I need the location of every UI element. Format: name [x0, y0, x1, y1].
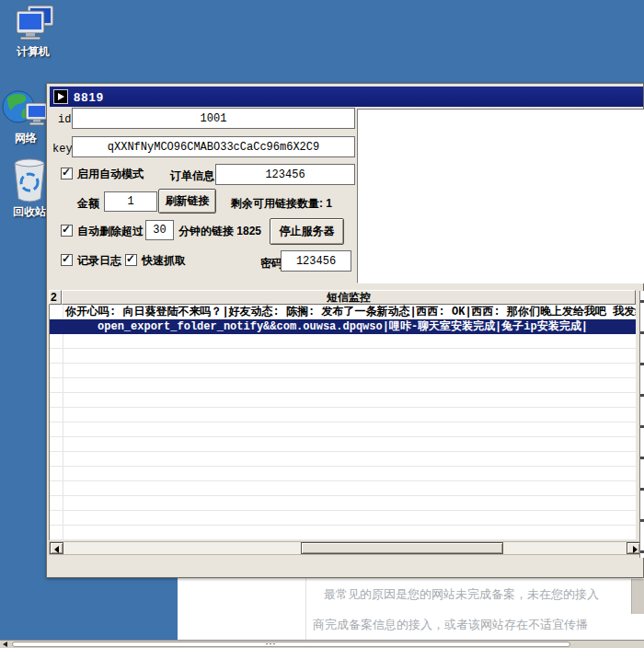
remaining-links-label: 剩余可用链接数量: 1: [231, 196, 332, 212]
list-item[interactable]: [50, 526, 636, 540]
auto-delete-label: 自动删除超过: [77, 224, 144, 239]
key-label: key: [52, 143, 73, 156]
scroll-left-button[interactable]: [50, 542, 63, 554]
window-title: 8819: [74, 90, 104, 104]
list-item[interactable]: [50, 452, 636, 467]
list-hscrollbar[interactable]: [49, 541, 641, 555]
fast-capture-checkbox[interactable]: [125, 254, 137, 266]
app-icon: [53, 89, 68, 104]
minutes-field[interactable]: 30: [145, 220, 174, 240]
amount-field[interactable]: 1: [104, 191, 157, 212]
list-item[interactable]: [50, 408, 636, 422]
bottom-scrollbar-strip[interactable]: [0, 640, 644, 648]
order-info-label: 订单信息: [170, 168, 214, 184]
list-item[interactable]: [50, 349, 636, 364]
desktop-icon-computer[interactable]: 计算机: [4, 4, 63, 60]
background-page: 最常见的原因是您的网站未完成备案，未在您的接入 商完成备案信息的接入，或者该网站…: [178, 578, 644, 640]
log-label: 记录日志: [77, 253, 121, 269]
desktop: 计算机 网络 回收站 最常见的原因是您的网站未完成备案，未在您的接入 商完成备案…: [0, 0, 644, 648]
amount-label: 金额: [77, 196, 99, 212]
page-scrollbar[interactable]: [631, 579, 644, 614]
sms-col1-header[interactable]: 2: [49, 290, 62, 305]
order-info-field[interactable]: 123456: [215, 164, 355, 185]
page-text-line2: 商完成备案信息的接入，或者该网站存在不适宜传播: [313, 617, 588, 633]
scroll-right-button[interactable]: [627, 542, 640, 554]
list-item[interactable]: [50, 511, 636, 526]
password-label: 密码: [260, 256, 282, 272]
list-item[interactable]: [50, 334, 636, 349]
list-item[interactable]: [50, 378, 636, 393]
fast-capture-label: 快速抓取: [142, 253, 186, 269]
page-divider: [305, 578, 306, 640]
scrollbar-grip-dots: [265, 642, 276, 645]
sms-list-body[interactable]: 你开心吗: 向日葵登陆不来吗？|好友动态: 陈搁: 发布了一条新动态|西西: O…: [49, 305, 636, 540]
auto-mode-label: 启用自动模式: [77, 167, 144, 182]
auto-mode-checkbox[interactable]: [61, 168, 73, 179]
id-label: id: [58, 113, 71, 126]
network-icon: [0, 88, 52, 129]
list-item[interactable]: 你开心吗: 向日葵登陆不来吗？|好友动态: 陈搁: 发布了一条新动态|西西: O…: [50, 305, 636, 319]
window-titlebar[interactable]: 8819: [50, 87, 643, 107]
page-text-line1: 最常见的原因是您的网站未完成备案，未在您的接入: [324, 586, 599, 603]
id-field[interactable]: 1001: [72, 108, 355, 129]
list-item[interactable]: [50, 481, 636, 496]
desktop-icon-label: 计算机: [4, 44, 63, 60]
list-item[interactable]: open_export_folder_notify&&com.ouwsa.dpq…: [50, 319, 636, 334]
list-item[interactable]: [50, 437, 636, 452]
key-field[interactable]: qXXNfNyMCO96CMABO33cCaCc96m6X2C9: [72, 136, 355, 157]
output-pane[interactable]: [357, 109, 644, 284]
password-field[interactable]: 123456: [281, 250, 351, 272]
list-item-text: open_export_folder_notify&&com.ouwsa.dpq…: [98, 319, 588, 334]
list-item[interactable]: [50, 364, 636, 378]
stop-server-button[interactable]: 停止服务器: [270, 218, 344, 245]
list-item[interactable]: [50, 422, 636, 437]
minutes-suffix-label: 分钟的链接 1825: [178, 224, 261, 239]
auto-delete-checkbox[interactable]: [61, 225, 73, 237]
refresh-link-button[interactable]: 刷新链接: [158, 189, 216, 214]
list-item[interactable]: [50, 496, 636, 511]
scroll-thumb[interactable]: [301, 542, 503, 554]
list-item-text: 你开心吗: 向日葵登陆不来吗？|好友动态: 陈搁: 发布了一条新动态|西西: O…: [50, 305, 636, 319]
scrollbar-track[interactable]: [12, 642, 570, 647]
list-item[interactable]: [50, 393, 636, 408]
computer-icon: [9, 4, 57, 42]
list-item[interactable]: [50, 467, 636, 481]
app-window-8819: 8819 id 1001 key qXXNfNyMCO96CMABO33cCaC…: [46, 83, 644, 578]
recycle-bin-icon: [9, 156, 50, 202]
log-checkbox[interactable]: [61, 254, 73, 266]
scroll-left-icon[interactable]: [1, 642, 10, 648]
sms-monitor-header[interactable]: 短信监控: [62, 290, 636, 305]
sms-list-header[interactable]: 2 短信监控: [49, 290, 636, 305]
clipped-right-pane: [639, 291, 644, 558]
